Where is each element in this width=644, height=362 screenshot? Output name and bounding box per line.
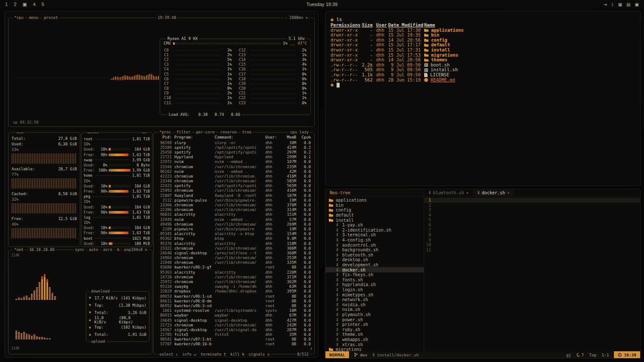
tray-icon[interactable]: ▦	[618, 2, 622, 7]
btop-window[interactable]: *cpumenupreset 19:39:48 - 2000ms + Ryzen…	[4, 11, 319, 358]
process-row[interactable]: 22423 spotify /opt/spotify/spoti dhh 565…	[154, 184, 314, 188]
tree-item[interactable]: hyprlandia.sh	[325, 282, 424, 287]
close-tab-icon[interactable]: ×	[466, 190, 469, 195]
process-row[interactable]: 21807 Xwayland Xwayland :0 -rootl dhh 18…	[154, 193, 314, 198]
process-row[interactable]: 22972 nvim nvim --embed . dhh 107M 0.0	[154, 160, 314, 164]
process-row[interactable]: 1661 systemd-resolve /usr/lib/systemd/s …	[154, 308, 314, 313]
network-option[interactable]: enp194s0 n	[123, 247, 149, 252]
process-panel-tab[interactable]: reverse	[219, 130, 238, 135]
tree-item[interactable]: nvidia.sh	[325, 302, 424, 307]
process-row[interactable]: 96031 alacritty alacritty dhh 151M 0.0	[154, 212, 314, 217]
scroll-down-icon[interactable]	[310, 346, 313, 350]
process-row[interactable]: 42223 chromium /usr/lib/chromium. dhh 41…	[154, 174, 314, 178]
process-panel-tab[interactable]: tree	[241, 130, 253, 135]
process-row[interactable]: 95334 swaybg swaybg -i /home/dh dhh 63M …	[154, 284, 314, 289]
process-action-button[interactable]: select ↓	[159, 352, 178, 356]
tray-icon[interactable]: ᛒ	[611, 2, 614, 7]
header-command[interactable]: Command:	[215, 135, 263, 139]
tree-item[interactable]: ruby.sh	[325, 327, 424, 332]
tree-item[interactable]: default	[325, 213, 424, 218]
tree-item[interactable]: bluetooth.sh	[325, 253, 424, 258]
process-row[interactable]: 21940 chromium /usr/lib/chromium/ dhh 33…	[154, 260, 314, 265]
interval-decrease-button[interactable]: -	[285, 15, 287, 20]
workspace-button[interactable]: 4	[33, 2, 36, 7]
tree-item[interactable]: docker.sh	[325, 267, 424, 272]
process-row[interactable]: 96599 slurp slurp -or dhh 38M 0.0	[154, 140, 314, 145]
process-row[interactable]: 84611 kworker/u96:0-dm root 0B 0.0	[154, 299, 314, 303]
workspace-button[interactable]: 2	[14, 2, 16, 7]
process-row[interactable]: 25993 chromium /usr/lib/chromium/ dhh 41…	[154, 188, 314, 193]
process-row[interactable]: 24645 signal-desktop signal-desktop dhh …	[154, 318, 314, 323]
cpu-panel-tab[interactable]: *cpu	[13, 15, 25, 20]
tree-item[interactable]: power.sh	[325, 317, 424, 322]
process-row[interactable]: 21723 chromium /usr/lib/chromium/ dhh 24…	[154, 323, 314, 327]
process-row[interactable]: 24640 signal-desktop /proc/self/exe --t …	[154, 250, 314, 255]
process-row[interactable]: 24720 chromium /usr/lib/chromium/ dhh 37…	[154, 275, 314, 279]
editor[interactable]: 1 yay -S --noconfirm --needed docker doc…	[424, 196, 640, 351]
process-action-button[interactable]: terminate t	[200, 352, 226, 356]
tree-item[interactable]: 3-terminal.sh	[325, 232, 424, 238]
close-tab-icon[interactable]: ×	[507, 190, 510, 195]
process-action-button[interactable]: info ↵	[182, 352, 196, 356]
tree-item[interactable]: mimetypes.sh	[325, 292, 424, 297]
network-option[interactable]: b	[115, 247, 120, 252]
process-row[interactable]: 90541 kworker/u97:1-bt root 0B 0.0	[154, 337, 314, 342]
process-panel-tab[interactable]: *proc	[158, 130, 172, 135]
memory-panel-tab[interactable]: *mem	[13, 132, 25, 135]
terminal-window[interactable]: ◉ ls Permissions Size User Date Modified…	[325, 11, 641, 186]
workspace-button[interactable]: ▣	[22, 2, 27, 7]
process-row[interactable]: 95362 btop btop dhh 9.0M 0.0	[154, 236, 314, 241]
interval-increase-button[interactable]: +	[306, 15, 308, 20]
tree-item[interactable]: webapps.sh	[325, 337, 424, 342]
process-row[interactable]: 22029 dropbox /home/dhh/.dropbox dhh 395…	[154, 289, 314, 294]
neovim-window[interactable]: Neo-tree $ bluetooth.sh × $ docker.sh ×	[325, 189, 641, 359]
process-row[interactable]: 2109 pipewire /usr/bin/pipewire dhh 19M …	[154, 226, 314, 231]
process-row[interactable]: 24567 signal-desktop /usr/lib/signal-de …	[154, 327, 314, 332]
workspace-button[interactable]: 1	[5, 2, 8, 7]
tree-item[interactable]: fonts.sh	[325, 278, 424, 283]
tree-item[interactable]: backgrounds.sh	[325, 247, 424, 253]
buffer-tab[interactable]: $ docker.sh ×	[473, 189, 514, 196]
process-row[interactable]: 22396 chromium /usr/lib/chromium/ dhh 31…	[154, 208, 314, 212]
buffer-tab[interactable]: $ bluetooth.sh ×	[424, 189, 473, 196]
tree-item[interactable]: migrations	[325, 347, 424, 351]
process-row[interactable]: 57707 kworker/u98:16-b root 0B 0.0	[154, 342, 314, 347]
network-option[interactable]: sync	[73, 247, 85, 252]
header-pid[interactable]: Pid:	[157, 135, 172, 139]
process-row[interactable]: 23366 chromium /usr/lib/chromium/ dhh 37…	[154, 202, 314, 207]
header-memory[interactable]: MemB	[282, 135, 296, 139]
tray-icon[interactable]: ⇥	[603, 2, 607, 7]
process-row[interactable]: 21721 Hyprland Hyprland dhh 299M 0.1	[154, 155, 314, 160]
cpu-panel-tab[interactable]: preset	[43, 15, 59, 20]
tree-item[interactable]: asdcontrol.sh	[325, 242, 424, 247]
network-panel-tab[interactable]: *net	[13, 247, 25, 252]
tree-item[interactable]: fix-fkeys.sh	[325, 272, 424, 278]
process-action-button[interactable]: signals s	[249, 352, 270, 356]
process-row[interactable]: 25589 spotify /opt/spotify/spoti dhh 424…	[154, 145, 314, 150]
tree-item[interactable]: login.sh	[325, 287, 424, 293]
tree-item[interactable]: install	[325, 217, 424, 223]
process-row[interactable]: 95376 alacritty alacritty dhh 158M 0.0	[154, 241, 314, 246]
process-row[interactable]: 89653 kworker/u96:1-sd root 0B 0.0	[154, 294, 314, 299]
process-row[interactable]: 96162 nvim nvim --embed . dhh 42M 0.0	[154, 169, 314, 174]
process-row[interactable]: 23348 chromium /usr/lib/chromium/ dhh 50…	[154, 179, 314, 184]
process-row[interactable]: 95363 alacritty alacritty dhh 226M 0.0	[154, 270, 314, 275]
process-row[interactable]: 93680 kworker/u96:2-gf root 0B 0.0	[154, 265, 314, 270]
tree-item[interactable]: 4-config.sh	[325, 238, 424, 243]
tree-item[interactable]: 1-yay.sh	[325, 223, 424, 228]
tree-item[interactable]: plymouth.sh	[325, 312, 424, 317]
disks-panel-tab[interactable]: disks	[86, 132, 100, 135]
process-sort-mode[interactable]: cpu lazy	[289, 130, 310, 135]
tray-icon[interactable]: ▤	[626, 2, 630, 7]
process-row[interactable]: 25458 spotify /opt/spotify/spoti dhh 297…	[154, 150, 314, 154]
process-row[interactable]: 23344 chromium /usr/lib/chromium/ dhh 23…	[154, 164, 314, 169]
tree-item[interactable]: printer.sh	[325, 322, 424, 327]
tree-item[interactable]: theme.sh	[325, 332, 424, 337]
io-toggle[interactable]: io	[140, 132, 148, 135]
process-row[interactable]: 2112 pipewire-pulse /usr/bin/pipewire- d…	[154, 198, 314, 202]
tree-item[interactable]: bin	[325, 203, 424, 208]
process-row[interactable]: 49496 chromium /usr/lib/chromium/ dhh 26…	[154, 222, 314, 226]
process-row[interactable]: 95345 alacritty alacritty -e btop dhh 15…	[154, 232, 314, 236]
tree-item[interactable]: nvim.sh	[325, 307, 424, 312]
process-row[interactable]: 86952 kworker/u96:3-sd root 0B 0.0	[154, 303, 314, 308]
